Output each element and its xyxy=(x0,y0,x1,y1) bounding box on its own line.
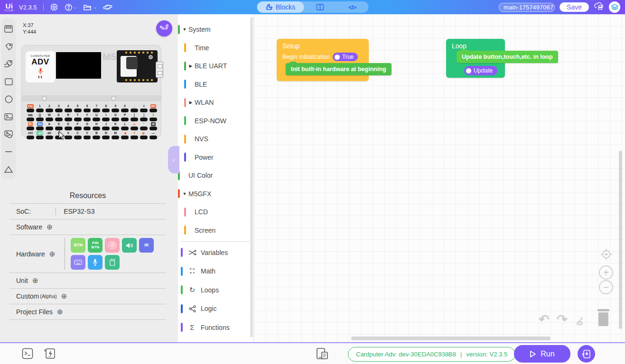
clean-blocks-button[interactable] xyxy=(575,316,586,329)
add-software-button[interactable]: ⊕ xyxy=(47,223,53,231)
keyboard-key: B xyxy=(92,131,101,139)
badge-encoder[interactable]: @ xyxy=(105,238,120,253)
settings-gear-icon[interactable] xyxy=(50,3,58,11)
keyboard-key: F xyxy=(73,122,83,130)
triangle-tool-icon[interactable] xyxy=(4,165,13,173)
toolbox-category-math[interactable]: + =× ÷ Math xyxy=(178,262,253,281)
toolbox-category[interactable]: ▼ M5GFX xyxy=(178,185,253,203)
canvas-horizontal-scrollbar[interactable] xyxy=(351,337,550,340)
toolbox-category[interactable]: ▶ BLE UART xyxy=(178,57,253,75)
add-project-file-button[interactable]: ⊕ xyxy=(57,308,63,316)
split-view-icon xyxy=(316,4,324,10)
image-tool-icon[interactable] xyxy=(4,112,13,121)
project-folder-icon[interactable]: ⌄ xyxy=(83,3,97,11)
edit-tools-button[interactable]: ✎✎ xyxy=(156,20,172,36)
cloud-image-tool-icon[interactable] xyxy=(4,130,13,138)
center-canvas-button[interactable] xyxy=(600,248,613,263)
toolbox-category[interactable]: NVS xyxy=(178,130,253,148)
badge-speaker[interactable] xyxy=(122,238,137,253)
zoom-out-button[interactable]: − xyxy=(599,280,613,294)
zoom-in-button[interactable]: + xyxy=(599,265,613,280)
update-block[interactable]: Update xyxy=(464,66,497,75)
add-hardware-button[interactable]: ⊕ xyxy=(49,250,56,258)
toolbox-category[interactable]: ▼ System xyxy=(178,20,253,39)
badge-mic[interactable] xyxy=(88,255,103,270)
add-unit-button[interactable]: ⊕ xyxy=(32,276,38,285)
category-label: M5GFX xyxy=(188,190,211,198)
redo-button[interactable]: ↷ xyxy=(557,312,568,327)
badge-btn[interactable]: BTN xyxy=(71,238,85,253)
speaker-icon xyxy=(126,242,133,249)
init-toggle-pill[interactable]: True xyxy=(333,53,358,61)
block-toolbox: ▼ System Time ▶ BLE UART xyxy=(178,14,254,342)
category-label: Time xyxy=(195,44,209,52)
terminal-icon[interactable] xyxy=(22,348,33,361)
save-button[interactable]: Save xyxy=(560,2,589,12)
category-label: System xyxy=(188,26,211,33)
toolbox-category[interactable]: Time xyxy=(178,39,253,57)
trash-icon[interactable] xyxy=(596,309,611,328)
init-hardware-block[interactable]: Init built-in hardware at beginning xyxy=(286,63,392,75)
toolbox-scrollbar[interactable] xyxy=(250,17,253,337)
cloud-sync-icon[interactable] xyxy=(594,2,604,12)
toolbox-category[interactable]: LCD xyxy=(178,203,253,221)
tab-split-view[interactable] xyxy=(304,1,336,13)
tab-code-view[interactable]: </> xyxy=(336,1,368,13)
project-name-pill[interactable]: main-1757497067 xyxy=(499,3,555,12)
setup-block[interactable]: Setup Begin initialization True Init bui… xyxy=(277,39,369,81)
category-flag xyxy=(184,153,186,162)
toolbox-category-functions[interactable]: Σ Functions xyxy=(178,318,253,337)
badge-sdcard[interactable] xyxy=(105,255,120,270)
m5-stack-icon[interactable] xyxy=(609,1,620,13)
toolbox-category[interactable]: ESP-NOW xyxy=(178,112,253,130)
update-hint-block[interactable]: Update button,touch,etc. in loop xyxy=(457,51,558,63)
undo-button[interactable]: ↶ xyxy=(539,312,550,327)
keyboard-key: I xyxy=(101,113,111,121)
help-icon[interactable]: ⌄ xyxy=(65,3,77,11)
hardware-row: Hardware ⊕ BTN PINBTN @ IR xyxy=(9,235,166,273)
keyboard-key: N xyxy=(101,131,111,139)
badge-ir[interactable]: IR xyxy=(139,238,154,253)
connected-device-pill[interactable]: Cardputer Adv: dev-30EDA0C938B8 | versio… xyxy=(348,347,515,362)
rectangle-tool-icon[interactable] xyxy=(4,77,13,86)
software-row: Software ⊕ xyxy=(9,219,166,235)
cloud-label-tool-icon[interactable] xyxy=(4,60,13,68)
blockly-canvas[interactable]: Setup Begin initialization True Init bui… xyxy=(254,14,625,342)
burn-firmware-icon[interactable] xyxy=(44,348,56,361)
loop-block[interactable]: Loop Update button,touch,etc. in loop Up… xyxy=(446,39,505,78)
toolbox-category-loops[interactable]: ↻ Loops xyxy=(178,281,253,300)
keyboard-key: V xyxy=(83,131,92,139)
label-tool-icon[interactable] xyxy=(4,42,13,51)
network-planet-icon[interactable] xyxy=(103,3,112,11)
toolbox-category[interactable]: Screen xyxy=(178,221,253,240)
hardware-badges: BTN PINBTN @ IR xyxy=(65,238,155,270)
line-tool-icon[interactable] xyxy=(4,147,13,156)
category-label: BLE UART xyxy=(195,62,227,70)
keyboard-key: H xyxy=(92,122,101,130)
top-bar: Ui FLOW V2.3.5 ⌄ ⌄ xyxy=(0,0,625,14)
run-button[interactable]: Run xyxy=(514,345,570,363)
soc-value: ESP32-S3 xyxy=(64,208,94,215)
title-bar-tool-icon[interactable] xyxy=(4,25,13,33)
keyboard-key: — xyxy=(149,131,158,139)
toolbox-category[interactable]: UI Color xyxy=(178,166,253,185)
circle-tool-icon[interactable] xyxy=(4,95,13,103)
keyboard-key: ' xyxy=(139,122,149,130)
toggle-value: True xyxy=(342,54,354,60)
category-label: LCD xyxy=(195,208,208,216)
download-to-device-button[interactable] xyxy=(578,345,595,363)
canvas-vertical-scrollbar[interactable] xyxy=(619,151,622,329)
toolbox-category-variables[interactable]: Variables xyxy=(178,243,253,262)
panel-collapse-handle[interactable]: ‹ xyxy=(168,146,179,173)
device-keyboard: esc1234567890_=del tabQWERTYUIOP[]\ fnAa… xyxy=(26,104,158,140)
toolbox-category-logic[interactable]: Logic xyxy=(178,300,253,318)
badge-pin-btn[interactable]: PINBTN xyxy=(88,238,103,253)
uiflow-app: Ui FLOW V2.3.5 ⌄ ⌄ xyxy=(0,0,625,364)
add-custom-button[interactable]: ⊕ xyxy=(61,292,67,300)
toolbox-category[interactable]: BLE xyxy=(178,75,253,94)
toolbox-category[interactable]: ▶ WLAN xyxy=(178,93,253,112)
toolbox-category[interactable]: Power xyxy=(178,148,253,167)
screen-mirror-icon[interactable] xyxy=(316,347,328,362)
tab-blocks[interactable]: Blocks xyxy=(257,1,304,13)
badge-keyboard[interactable] xyxy=(71,255,85,270)
